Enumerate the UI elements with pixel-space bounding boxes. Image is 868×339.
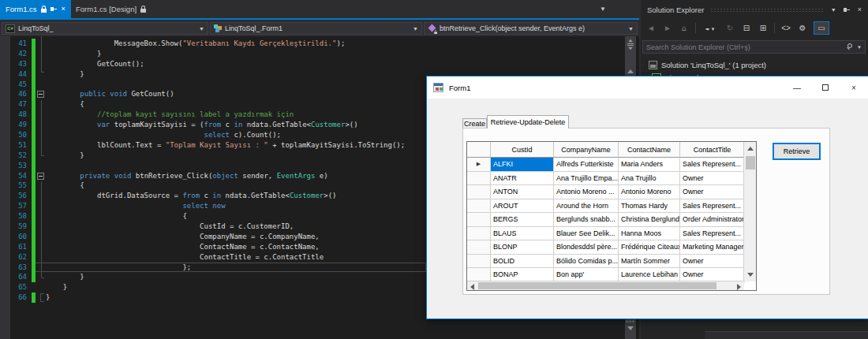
search-icon[interactable] bbox=[847, 43, 855, 51]
scroll-up-arrow-icon[interactable] bbox=[747, 147, 754, 151]
grid-row-header[interactable] bbox=[467, 185, 491, 199]
collapse-all-icon[interactable]: ⊟ bbox=[741, 24, 752, 32]
solution-explorer-titlebar[interactable]: Solution Explorer ▼ × bbox=[641, 3, 868, 16]
pin-icon[interactable] bbox=[844, 6, 851, 13]
grid-cell[interactable]: Frédérique Citeaux bbox=[619, 240, 680, 255]
tree-item-solution[interactable]: Solution 'LinqToSql_' (1 project) bbox=[641, 58, 868, 71]
grid-cell[interactable]: Ana Trujillo Empa... bbox=[554, 172, 619, 186]
close-icon[interactable]: × bbox=[62, 6, 65, 13]
view-code-icon[interactable]: <> bbox=[780, 24, 791, 32]
grid-column-header[interactable]: ContactTitle bbox=[680, 142, 745, 158]
scroll-left-arrow-icon[interactable] bbox=[470, 284, 474, 290]
editor-splitter-grip[interactable] bbox=[625, 39, 636, 50]
minimize-button[interactable]: — bbox=[783, 76, 811, 99]
scroll-right-arrow-icon[interactable] bbox=[737, 284, 741, 290]
grid-row-header[interactable]: ▶ bbox=[467, 158, 491, 172]
grid-cell[interactable]: BERGS bbox=[491, 213, 554, 227]
grid-cell[interactable]: Sales Represent... bbox=[680, 199, 745, 214]
tab-retrieve-update-delete[interactable]: Retrieve-Update-Delete bbox=[487, 115, 569, 129]
grid-cell[interactable]: ANATR bbox=[491, 172, 554, 186]
scrollbar-thumb[interactable] bbox=[478, 282, 716, 289]
grid-cell[interactable]: BOLID bbox=[491, 255, 554, 269]
back-icon[interactable]: ◄ bbox=[645, 24, 657, 32]
customers-datagrid[interactable]: CustIdCompanyNameContactNameContactTitle… bbox=[466, 141, 757, 291]
grid-cell[interactable]: Sales Represent... bbox=[680, 227, 745, 241]
search-input[interactable]: Search Solution Explorer (Ctrl+ş) ▼ bbox=[642, 40, 866, 54]
sync-with-active-document-icon[interactable]: ↻ bbox=[724, 24, 735, 32]
grid-cell[interactable]: Antonio Moreno ... bbox=[554, 185, 619, 199]
grid-cell[interactable]: BONAP bbox=[491, 268, 554, 282]
pin-icon[interactable] bbox=[51, 6, 58, 13]
grid-column-header[interactable]: ContactName bbox=[619, 142, 680, 158]
forward-icon[interactable]: ► bbox=[662, 24, 673, 32]
grid-cell[interactable]: ANTON bbox=[491, 185, 554, 199]
code-line[interactable]: 43 GetCount(); bbox=[0, 59, 628, 69]
grid-cell[interactable]: Around the Horn bbox=[554, 199, 619, 214]
scrollbar-thumb[interactable] bbox=[746, 156, 755, 170]
grid-column-header[interactable]: CustId bbox=[491, 142, 554, 158]
preview-selected-items-icon[interactable]: ▭ bbox=[814, 21, 829, 35]
grid-cell[interactable]: Bólido Comidas p... bbox=[554, 255, 619, 269]
grid-row-header[interactable] bbox=[467, 240, 491, 255]
grid-cell[interactable]: BLAUS bbox=[491, 227, 554, 241]
document-tab[interactable]: Form1.cs [Design] bbox=[70, 0, 152, 18]
grid-row-header[interactable] bbox=[467, 255, 491, 269]
grid-cell[interactable]: Martín Sommer bbox=[619, 255, 680, 269]
search-options-chevron-icon[interactable]: ▼ bbox=[857, 45, 862, 50]
grid-row-header[interactable] bbox=[467, 227, 491, 241]
close-icon[interactable]: × bbox=[858, 6, 862, 13]
grid-cell[interactable]: Blauer See Delik... bbox=[554, 227, 619, 241]
properties-wrench-icon[interactable]: ⚙ bbox=[797, 24, 808, 32]
grid-cell[interactable]: Owner bbox=[680, 268, 745, 282]
fold-collapse-box[interactable] bbox=[37, 173, 44, 180]
document-list-chevron-icon[interactable]: ▼ bbox=[600, 6, 606, 13]
home-icon[interactable]: ⌂ bbox=[679, 24, 690, 32]
grid-cell[interactable]: BLONP bbox=[491, 240, 554, 255]
change-tracking-bar bbox=[32, 110, 36, 120]
grid-row-header[interactable] bbox=[467, 199, 491, 214]
grid-cell[interactable]: Marketing Manager bbox=[680, 240, 745, 255]
grid-column-header[interactable]: CompanyName bbox=[554, 142, 619, 158]
grid-cell[interactable]: Ana Trujillo bbox=[619, 172, 680, 186]
grid-cell[interactable]: Owner bbox=[680, 172, 745, 186]
scroll-down-arrow-icon[interactable] bbox=[625, 326, 636, 330]
grid-corner-header[interactable] bbox=[467, 142, 491, 158]
grid-cell[interactable]: Bon app' bbox=[554, 268, 619, 282]
grid-cell[interactable]: Owner bbox=[680, 185, 745, 199]
form-titlebar[interactable]: Form1 —× bbox=[427, 76, 868, 99]
code-line[interactable]: 41 MessageBox.Show("Veritabanı Kaydı Ger… bbox=[0, 39, 628, 49]
project-dropdown[interactable]: C# LinqToSql_ ▼ bbox=[2, 22, 208, 35]
grid-cell[interactable]: Maria Anders bbox=[619, 158, 680, 172]
grid-cell[interactable]: Christina Berglund bbox=[619, 213, 680, 227]
grid-row-header[interactable] bbox=[467, 172, 491, 186]
grid-row-header[interactable] bbox=[467, 268, 491, 282]
pending-changes-filter-icon[interactable]: ◒▼ bbox=[702, 24, 719, 32]
grid-cell[interactable]: Berglunds snabb... bbox=[554, 213, 619, 227]
code-line[interactable]: 42 } bbox=[0, 49, 628, 59]
close-button[interactable]: × bbox=[840, 76, 868, 99]
grid-cell[interactable]: Order Administrator bbox=[680, 213, 745, 227]
scroll-down-arrow-icon[interactable] bbox=[747, 273, 754, 277]
type-dropdown[interactable]: LinqToSql_.Form1 ▼ bbox=[210, 22, 422, 35]
show-all-files-icon[interactable]: ⊞ bbox=[758, 24, 769, 32]
window-position-chevron-icon[interactable]: ▼ bbox=[831, 7, 836, 13]
member-dropdown[interactable]: btnRetrieve_Click(object sender, EventAr… bbox=[424, 22, 638, 35]
grid-cell[interactable]: Sales Represent... bbox=[680, 158, 745, 172]
grid-row-header[interactable] bbox=[467, 213, 491, 227]
grid-cell[interactable]: Blondesddsl père... bbox=[554, 240, 619, 255]
grid-cell[interactable]: ALFKI bbox=[491, 158, 554, 172]
document-tab[interactable]: Form1.cs× bbox=[0, 0, 71, 18]
maximize-button[interactable] bbox=[811, 76, 840, 99]
retrieve-button[interactable]: Retrieve bbox=[773, 143, 821, 160]
grid-cell[interactable]: Hanna Moos bbox=[619, 227, 680, 241]
grid-cell[interactable]: Antonio Moreno bbox=[619, 185, 680, 199]
grid-cell[interactable]: Owner bbox=[680, 255, 745, 269]
scroll-up-arrow-icon[interactable] bbox=[625, 69, 636, 73]
grid-cell[interactable]: Thomas Hardy bbox=[619, 199, 680, 214]
grid-cell[interactable]: AROUT bbox=[491, 199, 554, 214]
grid-horizontal-scrollbar[interactable] bbox=[467, 281, 744, 290]
grid-cell[interactable]: Laurence Lebihan bbox=[619, 268, 680, 282]
fold-collapse-box[interactable] bbox=[37, 91, 44, 98]
grid-cell[interactable]: Alfreds Futterkiste bbox=[554, 158, 619, 172]
grid-vertical-scrollbar[interactable] bbox=[743, 142, 756, 281]
